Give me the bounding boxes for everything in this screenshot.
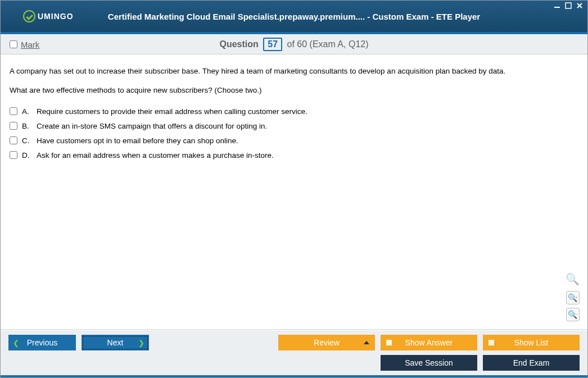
answer-text: Create an in-store SMS campaign that off…	[37, 121, 267, 132]
chevron-left-icon: ❮	[13, 339, 19, 347]
show-answer-button[interactable]: Show Answer	[381, 335, 477, 350]
footer: ❮ Previous Next ❯ Review Show Answer Sho…	[1, 330, 587, 375]
answer-letter: C.	[22, 135, 32, 147]
question-of: of 60 (Exam A, Q12)	[287, 39, 369, 49]
app-window: UMINGO Certified Marketing Cloud Email S…	[0, 0, 588, 378]
button-label: Review	[314, 338, 340, 347]
save-session-button[interactable]: Save Session	[381, 355, 477, 371]
window-controls	[553, 2, 584, 10]
minimize-icon[interactable]	[553, 2, 562, 10]
question-bar: Mark Question 57 of 60 (Exam A, Q12)	[1, 34, 587, 54]
zoom-out-icon[interactable]: 🔍−	[566, 308, 580, 321]
square-icon	[489, 340, 494, 345]
end-exam-button[interactable]: End Exam	[483, 355, 580, 371]
next-button[interactable]: Next ❯	[82, 335, 149, 350]
answer-option[interactable]: B. Create an in-store SMS campaign that …	[10, 119, 578, 134]
svg-rect-1	[566, 3, 571, 8]
question-counter: Question 57 of 60 (Exam A, Q12)	[1, 38, 587, 51]
footer-row-1: ❮ Previous Next ❯ Review Show Answer Sho…	[8, 335, 580, 350]
window-title: Certified Marketing Cloud Email Speciali…	[1, 12, 587, 21]
show-list-button[interactable]: Show List	[483, 335, 580, 350]
answer-option[interactable]: C. Have customers opt in to email before…	[10, 134, 578, 148]
search-icon[interactable]: 🔍	[566, 271, 580, 288]
answer-checkbox[interactable]	[10, 151, 17, 159]
answer-text: Ask for an email address when a customer…	[37, 150, 274, 161]
button-label: Show List	[514, 338, 549, 347]
answer-letter: A.	[22, 106, 32, 117]
answer-text: Require customers to provide their email…	[37, 106, 307, 117]
svg-rect-0	[554, 7, 560, 8]
close-icon[interactable]	[575, 2, 584, 10]
button-label: Previous	[27, 338, 57, 347]
stem-paragraph: A company has set out to increase their …	[10, 66, 578, 77]
titlebar: UMINGO Certified Marketing Cloud Email S…	[1, 1, 587, 32]
answer-text: Have customers opt in to email before th…	[37, 135, 238, 147]
answer-option[interactable]: D. Ask for an email address when a custo…	[10, 148, 578, 163]
question-stem: A company has set out to increase their …	[10, 66, 578, 97]
question-word: Question	[220, 39, 259, 49]
square-icon	[386, 340, 392, 345]
button-label: Next	[107, 338, 124, 347]
answer-checkbox[interactable]	[10, 107, 17, 115]
triangle-up-icon	[364, 341, 369, 344]
footer-row-2: Save Session End Exam	[8, 355, 580, 371]
answers-list: A. Require customers to provide their em…	[10, 104, 578, 163]
answer-checkbox[interactable]	[10, 122, 17, 130]
zoom-tools: 🔍 🔍+ 🔍−	[566, 271, 580, 321]
chevron-right-icon: ❯	[138, 339, 144, 347]
question-number: 57	[263, 38, 282, 51]
maximize-icon[interactable]	[564, 2, 573, 10]
stem-paragraph: What are two effective methods to acquir…	[10, 85, 578, 96]
zoom-in-icon[interactable]: 🔍+	[566, 291, 580, 304]
button-label: Show Answer	[405, 338, 453, 347]
button-label: End Exam	[513, 358, 550, 367]
answer-letter: B.	[22, 121, 32, 132]
answer-option[interactable]: A. Require customers to provide their em…	[10, 104, 578, 119]
answer-letter: D.	[22, 150, 32, 161]
review-button[interactable]: Review	[278, 335, 375, 350]
bottom-accent-bar	[1, 375, 587, 377]
previous-button[interactable]: ❮ Previous	[8, 335, 76, 350]
answer-checkbox[interactable]	[10, 136, 17, 144]
question-body: A company has set out to increase their …	[1, 54, 587, 330]
button-label: Save Session	[405, 358, 453, 367]
